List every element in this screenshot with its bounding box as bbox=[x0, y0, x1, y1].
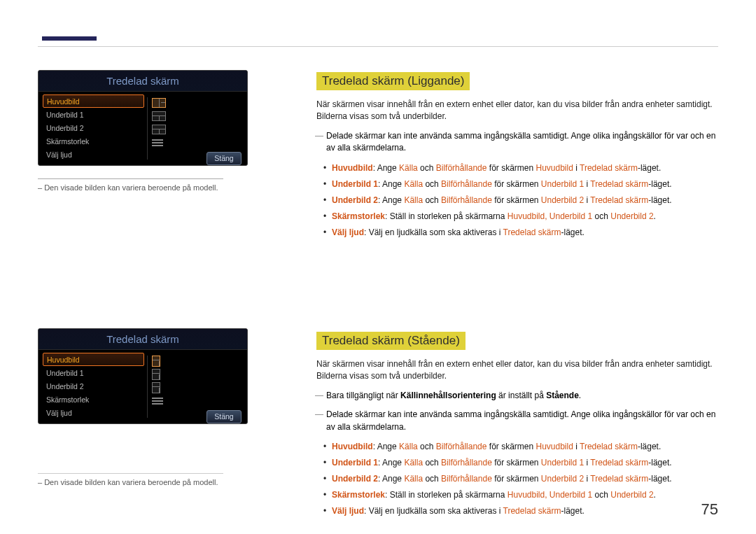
bullet-item: Underbild 2: Ange Källa och Bilförhållan… bbox=[332, 194, 718, 206]
layout-icon bbox=[152, 98, 166, 108]
menu-item-label: Välj ljud bbox=[46, 409, 72, 417]
panel-menu-list: Huvudbild Underbild 1 Underbild 2 Skärms… bbox=[43, 94, 144, 161]
menu-item-label: Skärmstorlek bbox=[46, 137, 89, 146]
bullet-item: Underbild 1: Ange Källa och Bilförhållan… bbox=[332, 456, 718, 469]
menu-item-label: Underbild 1 bbox=[46, 369, 84, 377]
caption-rule bbox=[38, 473, 223, 474]
section-note: Delade skärmar kan inte använda samma in… bbox=[326, 130, 718, 155]
size-bars-icon bbox=[152, 139, 163, 146]
image-caption: – Den visade bilden kan variera beroende… bbox=[38, 183, 297, 192]
menu-item-huvudbild[interactable]: Huvudbild bbox=[43, 94, 144, 108]
menu-item-label: Underbild 2 bbox=[46, 382, 84, 391]
left-column-2: Tredelad skärm Huvudbild Underbild 1 Und… bbox=[38, 328, 297, 486]
menu-item-skarmstorlek[interactable]: Skärmstorlek bbox=[43, 134, 144, 148]
bullet-item: Skärmstorlek: Ställ in storleken på skär… bbox=[332, 210, 718, 223]
panel-title: Tredelad skärm bbox=[38, 329, 247, 350]
right-column-2: Tredelad skärm (Stående) När skärmen vis… bbox=[316, 332, 718, 521]
menu-item-label: Huvudbild bbox=[47, 97, 80, 106]
bullet-list-2: Huvudbild: Ange Källa och Bilförhållande… bbox=[332, 440, 718, 517]
close-button[interactable]: Stäng bbox=[206, 152, 241, 165]
panel-layout-icons bbox=[152, 96, 173, 149]
header-rule bbox=[38, 46, 718, 47]
layout-icon bbox=[152, 111, 166, 121]
menu-item-underbild1[interactable]: Underbild 1 bbox=[43, 366, 144, 379]
layout-icon-portrait bbox=[152, 382, 160, 393]
menu-item-label: Skärmstorlek bbox=[46, 395, 89, 404]
page-number: 75 bbox=[701, 500, 718, 519]
bullet-item: Skärmstorlek: Ställ in storleken på skär… bbox=[332, 489, 718, 501]
panel-menu-list: Huvudbild Underbild 1 Underbild 2 Skärms… bbox=[43, 353, 144, 419]
bullet-item: Välj ljud: Välj en ljudkälla som ska akt… bbox=[332, 505, 718, 517]
bullet-list-1: Huvudbild: Ange Källa och Bilförhållande… bbox=[332, 162, 718, 239]
panel-title: Tredelad skärm bbox=[38, 71, 247, 92]
panel-divider bbox=[147, 356, 148, 418]
menu-item-label: Huvudbild bbox=[47, 356, 80, 364]
menu-item-skarmstorlek[interactable]: Skärmstorlek bbox=[43, 393, 144, 406]
close-button[interactable]: Stäng bbox=[206, 410, 241, 423]
menu-item-valjljud[interactable]: Välj ljud bbox=[43, 148, 144, 161]
layout-icon-portrait bbox=[152, 356, 160, 367]
bullet-item: Huvudbild: Ange Källa och Bilförhållande… bbox=[332, 162, 718, 174]
panel-layout-icons bbox=[152, 354, 173, 407]
layout-icon bbox=[152, 125, 166, 134]
menu-item-underbild2[interactable]: Underbild 2 bbox=[43, 379, 144, 393]
left-column-1: Tredelad skärm Huvudbild Underbild 1 Und… bbox=[38, 70, 297, 192]
section-intro: När skärmen visar innehåll från en exter… bbox=[316, 358, 718, 383]
bullet-item: Huvudbild: Ange Källa och Bilförhållande… bbox=[332, 440, 718, 453]
menu-item-label: Underbild 1 bbox=[46, 111, 84, 119]
menu-item-underbild1[interactable]: Underbild 1 bbox=[43, 108, 144, 121]
osd-panel-2: Tredelad skärm Huvudbild Underbild 1 Und… bbox=[38, 328, 248, 424]
bullet-item: Underbild 2: Ange Källa och Bilförhållan… bbox=[332, 472, 718, 485]
size-bars-icon bbox=[152, 398, 163, 405]
menu-item-label: Underbild 2 bbox=[46, 124, 84, 132]
section-heading: Tredelad skärm (Liggande) bbox=[316, 72, 470, 90]
bullet-item: Underbild 1: Ange Källa och Bilförhållan… bbox=[332, 178, 718, 190]
right-column-1: Tredelad skärm (Liggande) När skärmen vi… bbox=[316, 72, 718, 242]
panel-divider bbox=[147, 97, 148, 160]
caption-rule bbox=[38, 178, 223, 179]
section-note: Delade skärmar kan inte använda samma in… bbox=[326, 409, 718, 433]
header-accent-bar bbox=[42, 36, 97, 41]
menu-item-underbild2[interactable]: Underbild 2 bbox=[43, 121, 144, 134]
layout-icon-portrait bbox=[152, 369, 160, 380]
menu-item-valjljud[interactable]: Välj ljud bbox=[43, 406, 144, 419]
bullet-item: Välj ljud: Välj en ljudkälla som ska akt… bbox=[332, 226, 718, 239]
menu-item-label: Välj ljud bbox=[46, 150, 72, 159]
menu-item-huvudbild[interactable]: Huvudbild bbox=[43, 353, 144, 366]
image-caption: – Den visade bilden kan variera beroende… bbox=[38, 478, 297, 486]
section-heading: Tredelad skärm (Stående) bbox=[316, 332, 465, 350]
section-note-orientation: Bara tillgängligt när Källinnehållsorien… bbox=[326, 390, 718, 402]
osd-panel-1: Tredelad skärm Huvudbild Underbild 1 Und… bbox=[38, 70, 248, 166]
section-intro: När skärmen visar innehåll från en exter… bbox=[316, 99, 718, 123]
